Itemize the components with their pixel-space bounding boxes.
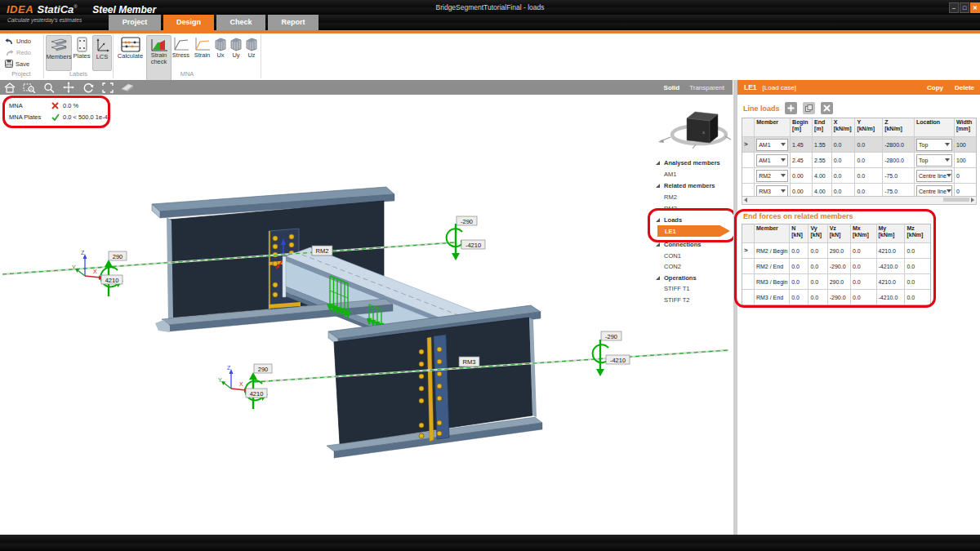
horizontal-scrollbar[interactable] <box>742 196 977 205</box>
logo-statica: StatiCa <box>38 3 74 16</box>
tree-item-con1[interactable]: CON1 <box>653 251 733 261</box>
tab-project[interactable]: Project <box>109 15 161 30</box>
plus-icon <box>787 104 795 112</box>
ux-button[interactable]: Ux <box>213 35 228 69</box>
line-loads-table: Member Begin[m] End[m] X[kN/m] Y[kN/m] Z… <box>742 118 977 199</box>
home-view-icon[interactable] <box>0 81 20 94</box>
chevron-down-icon <box>947 189 951 193</box>
member-tag-rm3: RM3 <box>459 357 479 367</box>
scroll-left-icon <box>744 198 747 202</box>
uz-button[interactable]: Uz <box>244 35 259 69</box>
force-group-rm2-end: -290 -4210 <box>447 216 485 260</box>
lcs-toggle[interactable]: LCS <box>92 35 112 71</box>
chevron-down-icon <box>945 158 950 162</box>
member-dropdown[interactable]: AM1 <box>756 154 788 167</box>
force-label: -290 <box>605 333 617 340</box>
chevron-down-icon <box>945 143 950 146</box>
member-tag-rm2: RM2 <box>312 246 332 256</box>
tree-group-related-members[interactable]: Related members <box>653 180 733 191</box>
zoom-icon[interactable] <box>39 81 59 94</box>
chevron-down-icon <box>781 174 786 177</box>
svg-text:RM3: RM3 <box>463 358 476 366</box>
girder-rm3[interactable] <box>327 305 542 458</box>
stress-icon <box>173 37 189 51</box>
redo-icon <box>5 49 14 56</box>
svg-text:X: X <box>239 381 243 387</box>
pan-icon[interactable] <box>59 81 78 94</box>
tree-item-con2[interactable]: CON2 <box>653 261 733 272</box>
tree-item-rm2[interactable]: RM2 <box>653 192 733 202</box>
svg-text:Z: Z <box>81 250 85 256</box>
delete-button[interactable]: Delete <box>955 84 974 91</box>
tree-item-stiff-t2[interactable]: STIFF T2 <box>653 295 733 305</box>
member-dropdown[interactable]: RM2 <box>756 170 788 182</box>
stress-button[interactable]: Stress <box>171 35 191 69</box>
solid-mode-toggle[interactable]: Solid <box>664 84 680 91</box>
tree-group-operations[interactable]: Operations <box>653 273 733 283</box>
location-dropdown[interactable]: Top <box>916 139 952 151</box>
scroll-right-icon <box>971 198 974 202</box>
members-toggle[interactable]: Members <box>46 35 72 71</box>
location-dropdown[interactable]: Centre line <box>916 170 952 182</box>
rotate-icon[interactable] <box>78 81 98 94</box>
tab-design[interactable]: Design <box>163 15 214 30</box>
location-dropdown[interactable]: Top <box>916 154 952 167</box>
line-load-row[interactable]: AM1 2.45 2.55 0.0 0.0 -2800.0 Top 100 <box>742 152 976 167</box>
tree-item-stiff-t1[interactable]: STIFF T1 <box>653 283 733 294</box>
line-loads-title: Line loads <box>743 104 780 113</box>
ribbon: Undo Redo Save Project Members <box>0 33 980 80</box>
panel-header: LE1 [Load case] Copy Delete <box>737 80 980 95</box>
group-caption-project: Project <box>0 70 42 78</box>
row-selector-icon: > <box>744 138 752 151</box>
tab-report[interactable]: Report <box>268 15 318 30</box>
line-load-row[interactable]: RM2 0.00 4.00 0.0 0.0 -75.0 Centre line … <box>742 167 976 183</box>
panel-subtitle: [Load case] <box>763 84 796 91</box>
duplicate-line-load-button[interactable] <box>803 102 815 114</box>
svg-text:Y: Y <box>72 264 76 270</box>
expander-icon[interactable] <box>656 242 660 247</box>
transparent-mode-toggle[interactable]: Transparent <box>689 84 724 91</box>
save-button[interactable]: Save <box>5 59 29 69</box>
annotation-loads-tree <box>648 208 737 242</box>
calculate-icon <box>121 37 140 52</box>
force-label: 290 <box>113 253 123 260</box>
navigation-cube[interactable]: x <box>658 112 731 149</box>
add-line-load-button[interactable] <box>785 102 797 114</box>
ux-icon <box>214 37 227 51</box>
tab-check[interactable]: Check <box>216 15 265 30</box>
app-window: IDEA StatiCa® Steel Member Calculate yes… <box>0 0 980 551</box>
expander-icon[interactable] <box>656 184 660 188</box>
panel-title: LE1 <box>744 83 757 91</box>
force-group-rm2-begin: Z Y X 290 4210 <box>72 250 127 296</box>
scrollbar-thumb[interactable] <box>943 198 969 202</box>
mna-status-value: 0.0 % <box>63 102 78 109</box>
viewport-3d-scene[interactable]: Y <box>0 95 733 535</box>
minimize-button[interactable]: – <box>949 2 959 13</box>
svg-text:Z: Z <box>227 365 231 371</box>
undo-button[interactable]: Undo <box>5 36 31 46</box>
redo-button[interactable]: Redo <box>5 47 31 57</box>
zoom-fit-icon[interactable] <box>98 81 118 94</box>
tree-group-analysed-members[interactable]: Analysed members <box>653 158 733 168</box>
expander-icon[interactable] <box>656 276 660 280</box>
close-button[interactable]: ✕ <box>970 2 980 13</box>
expander-icon[interactable] <box>656 161 660 165</box>
copy-button[interactable]: Copy <box>927 84 943 91</box>
zoom-window-icon[interactable] <box>20 81 39 94</box>
svg-text:Y: Y <box>218 377 222 383</box>
plates-status-value: 0.0 < 500.0 1e-4 <box>63 113 108 121</box>
member-dropdown[interactable]: AM1 <box>756 139 788 151</box>
chevron-down-icon <box>781 189 786 193</box>
strain-icon <box>194 37 211 51</box>
force-label: -290 <box>461 218 473 225</box>
strain-button[interactable]: Strain <box>192 35 212 69</box>
calculate-button[interactable]: Calculate <box>115 35 145 69</box>
clipping-tool-icon[interactable] <box>118 81 137 94</box>
delete-line-load-button[interactable] <box>821 102 833 114</box>
tree-item-am1[interactable]: AM1 <box>653 169 733 180</box>
plates-toggle[interactable]: Plates <box>72 35 91 69</box>
maximize-button[interactable]: □ <box>960 2 969 13</box>
uy-button[interactable]: Uy <box>229 35 243 69</box>
uz-icon <box>245 37 258 51</box>
line-load-row[interactable]: > AM1 1.45 1.55 0.0 0.0 -2800.0 Top 100 <box>742 136 976 152</box>
